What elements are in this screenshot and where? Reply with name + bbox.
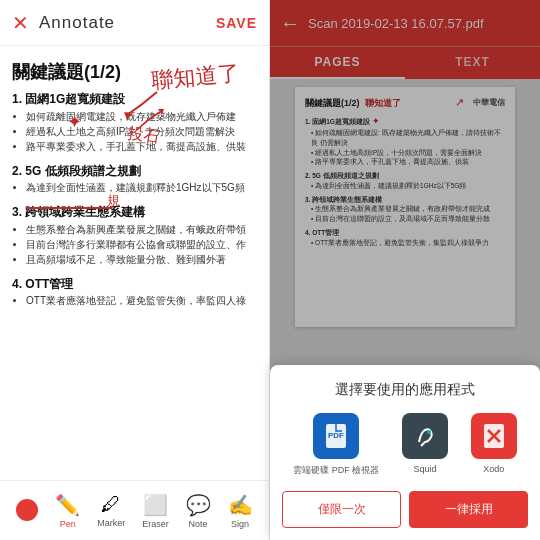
close-icon[interactable]: ✕: [12, 11, 29, 35]
app-option-pdf[interactable]: PDF 雲端硬碟 PDF 檢視器: [293, 413, 379, 477]
pdf-app-name: 雲端硬碟 PDF 檢視器: [293, 464, 379, 477]
squid-app-name: Squid: [413, 464, 436, 474]
doc-body: 1. 固網1G超寬頻建設 如何疏離固網電建設，既存建築物光纖入戶佈建 經過私人土…: [12, 90, 257, 308]
sign-label: Sign: [231, 519, 249, 529]
file-title: Scan 2019-02-13 16.07.57.pdf: [308, 16, 530, 31]
marker-label: Marker: [97, 518, 125, 528]
pen-icon: ✏️: [55, 493, 80, 517]
squid-app-icon: [402, 413, 448, 459]
svg-text:↗: ↗: [455, 96, 464, 108]
left-content: 關鍵議題(1/2) 聯知道了 ✦ 投石 規: [0, 46, 269, 480]
xodo-app-icon: [471, 413, 517, 459]
eraser-tool[interactable]: ⬜ Eraser: [136, 489, 175, 533]
back-button[interactable]: ←: [280, 12, 300, 35]
note-icon: 💬: [186, 493, 211, 517]
bottom-dialog: 選擇要使用的應用程式 PDF 雲端硬碟 PDF 檢視器 Squid: [270, 365, 540, 540]
app-option-xodo[interactable]: Xodo: [471, 413, 517, 477]
app-option-squid[interactable]: Squid: [402, 413, 448, 477]
left-toolbar: ✏️ Pen 🖊 Marker ⬜ Eraser 💬 Note ✍ Sign: [0, 480, 269, 540]
annotate-title: Annotate: [39, 13, 216, 33]
right-tabs: PAGES TEXT: [270, 46, 540, 79]
doc-preview: 關鍵議題(1/2) 聯知道了 中華電信 ↗ 1. 固網1G超寬頻建設 ✦ • 如…: [295, 87, 515, 327]
eraser-icon: ⬜: [143, 493, 168, 517]
once-button[interactable]: 僅限一次: [282, 491, 401, 528]
preview-body: 1. 固網1G超寬頻建設 ✦ • 如何疏離固網電建設: 既存建築物光纖入戶佈建，…: [305, 115, 505, 248]
note-tool[interactable]: 💬 Note: [180, 489, 217, 533]
tab-pages[interactable]: PAGES: [270, 47, 405, 79]
svg-point-10: [427, 430, 431, 434]
pdf-app-icon: PDF: [313, 413, 359, 459]
left-panel: ✕ Annotate SAVE 關鍵議題(1/2) 聯知道了 ✦ 投石: [0, 0, 270, 540]
pen-tool-label: Pen: [60, 519, 76, 529]
svg-text:PDF: PDF: [328, 431, 344, 440]
app-options: PDF 雲端硬碟 PDF 檢視器 Squid: [282, 413, 528, 477]
eraser-label: Eraser: [142, 519, 169, 529]
left-header: ✕ Annotate SAVE: [0, 0, 269, 46]
dialog-buttons: 僅限一次 一律採用: [282, 491, 528, 528]
right-header: ← Scan 2019-02-13 16.07.57.pdf: [270, 0, 540, 46]
dialog-title: 選擇要使用的應用程式: [282, 381, 528, 399]
tab-text[interactable]: TEXT: [405, 47, 540, 79]
save-button[interactable]: SAVE: [216, 15, 257, 31]
pen-color-dot: [16, 499, 38, 521]
pen-color-tool[interactable]: [10, 495, 44, 527]
marker-icon: 🖊: [101, 493, 121, 516]
note-label: Note: [189, 519, 208, 529]
xodo-app-name: Xodo: [483, 464, 504, 474]
marker-tool[interactable]: 🖊 Marker: [91, 489, 131, 532]
pen-tool[interactable]: ✏️ Pen: [49, 489, 86, 533]
doc-title: 關鍵議題(1/2): [12, 60, 257, 84]
sign-icon: ✍: [228, 493, 253, 517]
always-button[interactable]: 一律採用: [409, 491, 528, 528]
sign-tool[interactable]: ✍ Sign: [222, 489, 259, 533]
